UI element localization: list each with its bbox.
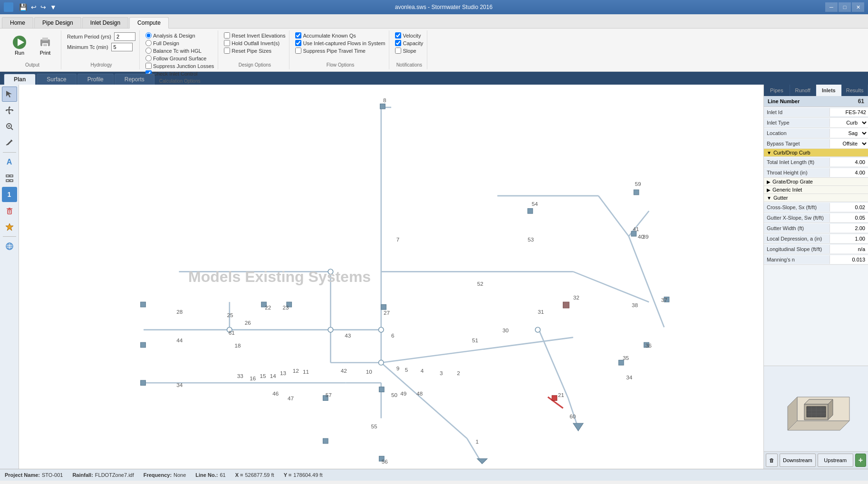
ribbon-tab-home[interactable]: Home <box>2 17 33 28</box>
panel-tab-pipes[interactable]: Pipes <box>764 85 790 96</box>
section-gutter[interactable]: ▼ Gutter <box>764 194 868 202</box>
return-period-row: Return Period (yrs) <box>67 32 135 41</box>
ribbon-tab-compute[interactable]: Compute <box>129 17 169 29</box>
accumulate-q-check[interactable] <box>295 32 301 39</box>
use-inlet-flows-check[interactable] <box>295 40 301 46</box>
check-suppress-travel: Suppress Pipe Travel Time <box>295 48 385 54</box>
panel-tab-results[interactable]: Results <box>842 85 868 96</box>
label-37: 37 <box>661 297 667 303</box>
node-54 <box>528 208 533 213</box>
bypass-target-select[interactable]: Offsite None <box>830 139 868 148</box>
label-14: 14 <box>270 373 277 379</box>
run-button[interactable]: Run <box>8 32 31 58</box>
select-tool[interactable] <box>2 87 17 102</box>
section-curb-drop-curb[interactable]: ▼ Curb/Drop Curb <box>764 149 868 157</box>
radio-full-design-input[interactable] <box>145 40 152 46</box>
panel-tab-inlets[interactable]: Inlets <box>816 85 842 96</box>
node-59 <box>634 190 639 195</box>
capacity-check[interactable] <box>395 40 401 46</box>
label-56: 56 <box>382 458 388 465</box>
inlet-3d-svg <box>773 378 859 440</box>
section-generic-inlet[interactable]: ▶ Generic Inlet <box>764 186 868 194</box>
y-coord-item: Y = 178604.49 ft <box>284 472 323 478</box>
close-btn[interactable]: ✕ <box>852 2 864 12</box>
dropdown-quick-btn[interactable]: ▼ <box>49 2 58 12</box>
radio-follow-ground-input[interactable] <box>145 55 152 61</box>
property-tool[interactable] <box>2 219 17 234</box>
svg-rect-9 <box>9 107 10 114</box>
edit-tool[interactable] <box>2 135 17 150</box>
check-reset-invert: Reset Invert Elevations <box>224 32 285 39</box>
maximize-btn[interactable]: □ <box>839 2 851 12</box>
ribbon: Home Pipe Design Inlet Design Compute Ru… <box>0 14 868 72</box>
reset-invert-check[interactable] <box>224 32 230 39</box>
location-select[interactable]: Sag Grade <box>830 128 868 138</box>
tab-profile[interactable]: Profile <box>77 74 114 85</box>
inlet-id-input[interactable] <box>830 108 868 116</box>
minimize-btn[interactable]: ─ <box>825 2 838 12</box>
tab-plan[interactable]: Plan <box>4 74 36 85</box>
add-inlet-btn[interactable]: + <box>855 454 866 467</box>
suppress-junction-check[interactable] <box>145 63 152 69</box>
globe-tool[interactable] <box>2 239 17 254</box>
outlet-arrow-2 <box>573 423 583 431</box>
downstream-btn[interactable]: Downstream <box>780 454 816 467</box>
radio-analysis-design-input[interactable] <box>145 32 152 39</box>
x-value: 526877.59 ft <box>245 472 274 478</box>
svg-rect-19 <box>6 175 9 177</box>
zoom-tool[interactable] <box>2 119 17 134</box>
line-number-value: 61 <box>858 98 864 105</box>
return-period-input[interactable] <box>114 32 135 41</box>
label-50: 50 <box>391 392 398 398</box>
fit-tool[interactable] <box>2 171 17 186</box>
pan-tool[interactable] <box>2 103 17 118</box>
rainfall-item: Rainfall: FLDOTZone7.idf <box>72 472 134 478</box>
label-32: 32 <box>573 294 579 300</box>
velocity-check[interactable] <box>395 32 401 39</box>
delete-inlet-btn[interactable]: 🗑 <box>766 454 778 467</box>
number-tool[interactable]: 1 <box>2 187 17 202</box>
run-icon <box>12 35 27 50</box>
inlet-type-row: Inlet Type Curb Grate Combination <box>764 117 868 128</box>
redo-quick-btn[interactable]: ↪ <box>39 2 47 12</box>
svg-marker-12 <box>5 109 7 111</box>
svg-rect-5 <box>43 44 47 45</box>
curb-drop-arrow: ▼ <box>767 150 772 155</box>
outlet-arrow-1 <box>477 459 487 464</box>
svg-marker-10 <box>9 106 10 108</box>
min-tc-input[interactable] <box>111 43 133 51</box>
ribbon-tab-pipedesign[interactable]: Pipe Design <box>34 17 81 28</box>
reset-pipe-check[interactable] <box>224 48 230 54</box>
delete-tool[interactable] <box>2 203 17 218</box>
suppress-travel-check[interactable] <box>295 48 301 54</box>
tab-surface[interactable]: Surface <box>37 74 76 85</box>
save-quick-btn[interactable]: 💾 <box>18 2 28 12</box>
svg-rect-4 <box>42 43 48 47</box>
frequency-value: None <box>174 472 186 478</box>
check-inlet-label: Check Inlet Control <box>153 71 198 77</box>
inlet-id-row: Inlet Id <box>764 107 868 117</box>
line-no-item: Line No.: 61 <box>195 472 225 478</box>
label-41: 41 <box>633 226 639 232</box>
text-tool[interactable]: A <box>2 155 17 170</box>
hold-outfall-check[interactable] <box>224 40 230 46</box>
slope-check[interactable] <box>395 48 401 54</box>
inlet-type-select[interactable]: Curb Grate Combination <box>830 118 868 127</box>
tab-reports[interactable]: Reports <box>115 74 154 85</box>
panel-tab-runoff[interactable]: Runoff <box>790 85 816 96</box>
section-grate-drop-grate[interactable]: ▶ Grate/Drop Grate <box>764 178 868 186</box>
location-label: Location <box>764 129 830 137</box>
undo-quick-btn[interactable]: ↩ <box>30 2 38 12</box>
radio-balance-tc-input[interactable] <box>145 48 152 54</box>
frequency-item: Frequency: None <box>144 472 186 478</box>
label-26: 26 <box>245 319 251 326</box>
svg-point-59 <box>535 327 540 332</box>
print-button[interactable]: Print <box>33 32 57 58</box>
upstream-btn[interactable]: Upstream <box>818 454 853 467</box>
junction-main <box>328 327 333 332</box>
svg-rect-20 <box>10 175 13 177</box>
ribbon-tab-inletdesign[interactable]: Inlet Design <box>82 17 128 28</box>
gutter-label: Gutter <box>773 195 865 201</box>
label-23: 23 <box>282 304 289 310</box>
canvas-area[interactable]: Models Existing Systems <box>19 85 763 469</box>
